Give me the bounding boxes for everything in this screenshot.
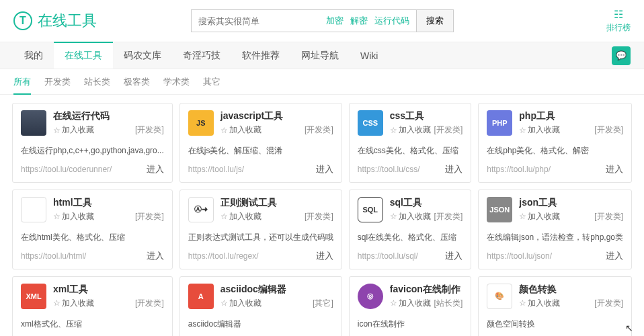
category-tag[interactable]: [站长类]: [434, 298, 463, 309]
nav-tab-5[interactable]: 网址导航: [290, 43, 350, 69]
tool-url: https://tool.lu/css/: [358, 165, 440, 174]
quick-link-encrypt[interactable]: 加密: [326, 15, 344, 27]
tool-description: 正则表达式测试工具，还可以生成代码哦: [188, 232, 333, 243]
tool-title[interactable]: favicon在线制作: [390, 284, 463, 296]
search-button[interactable]: 搜索: [416, 10, 453, 32]
tool-card: SQL sql工具 ☆加入收藏 [开发类] sql在线美化、格式化、压缩 htt…: [349, 190, 472, 269]
favorite-label: 加入收藏: [62, 211, 94, 222]
sub-tab-1[interactable]: 开发类: [44, 76, 71, 94]
favorite-link[interactable]: ☆加入收藏: [220, 124, 261, 136]
star-icon: ☆: [519, 126, 526, 135]
tool-title[interactable]: javascript工具: [220, 110, 333, 122]
category-tag[interactable]: [开发类]: [135, 124, 164, 136]
logo[interactable]: T 在线工具: [13, 11, 97, 31]
favorite-link[interactable]: ☆加入收藏: [220, 298, 261, 309]
tool-url: https://tool.lu/regex/: [188, 251, 311, 261]
tool-description: 在线html美化、格式化、压缩: [21, 232, 164, 243]
sub-tab-2[interactable]: 站长类: [84, 76, 110, 94]
tool-icon: CSS: [358, 110, 383, 136]
tool-card: 在线运行代码 ☆加入收藏 [开发类] 在线运行php,c,c++,go,pyth…: [12, 103, 173, 183]
favorite-label: 加入收藏: [229, 298, 261, 309]
sub-tab-0[interactable]: 所有: [13, 76, 31, 95]
tool-icon: JSON: [487, 197, 512, 222]
star-icon: ☆: [220, 298, 228, 308]
tool-card: html工具 ☆加入收藏 [开发类] 在线html美化、格式化、压缩 https…: [12, 190, 173, 269]
category-tag[interactable]: [开发类]: [305, 211, 333, 222]
nav-tab-1[interactable]: 在线工具: [54, 42, 113, 69]
tool-card: ◎ favicon在线制作 ☆加入收藏 [站长类] icon在线制作 https…: [349, 276, 472, 336]
favorite-link[interactable]: ☆加入收藏: [519, 124, 560, 136]
tool-url: https://tool.lu/html/: [21, 251, 141, 261]
tool-title[interactable]: json工具: [519, 197, 623, 209]
tool-description: icon在线制作: [358, 319, 463, 330]
search-input[interactable]: [192, 11, 319, 31]
tool-description: xml格式化、压缩: [21, 319, 164, 330]
favorite-link[interactable]: ☆加入收藏: [390, 298, 431, 309]
category-tag[interactable]: [开发类]: [594, 124, 623, 136]
tool-icon: Ⓐ➜: [188, 197, 214, 222]
favorite-label: 加入收藏: [399, 211, 431, 222]
chat-button[interactable]: 💬: [612, 46, 631, 65]
category-tag[interactable]: [开发类]: [135, 298, 164, 309]
enter-link[interactable]: 进入: [147, 163, 164, 175]
favorite-link[interactable]: ☆加入收藏: [53, 298, 94, 309]
star-icon: ☆: [53, 126, 61, 135]
tool-icon: [21, 110, 46, 136]
star-icon: ☆: [53, 298, 61, 308]
category-tag[interactable]: [开发类]: [305, 124, 333, 136]
category-tag[interactable]: [开发类]: [594, 298, 623, 309]
favorite-label: 加入收藏: [399, 124, 431, 136]
favorite-link[interactable]: ☆加入收藏: [390, 124, 431, 136]
enter-link[interactable]: 进入: [606, 250, 623, 262]
enter-link[interactable]: 进入: [316, 163, 333, 175]
quick-link-runcode[interactable]: 运行代码: [374, 15, 409, 27]
ranking-link[interactable]: ☷ 排行榜: [606, 8, 631, 34]
tool-title[interactable]: css工具: [390, 110, 463, 122]
nav-tab-4[interactable]: 软件推荐: [231, 43, 290, 69]
nav-tab-2[interactable]: 码农文库: [113, 43, 172, 69]
category-tag[interactable]: [开发类]: [594, 211, 623, 222]
enter-link[interactable]: 进入: [445, 250, 462, 262]
nav-tab-3[interactable]: 奇淫巧技: [172, 43, 231, 69]
tool-title[interactable]: 正则测试工具: [220, 197, 333, 209]
tool-icon: PHP: [487, 110, 512, 136]
category-tag[interactable]: [其它]: [313, 298, 333, 309]
favorite-link[interactable]: ☆加入收藏: [53, 211, 94, 222]
tool-title[interactable]: sql工具: [390, 197, 463, 209]
tool-card: Ⓐ➜ 正则测试工具 ☆加入收藏 [开发类] 正则表达式测试工具，还可以生成代码哦…: [179, 190, 342, 269]
tool-url: https://tool.lu/json/: [487, 251, 600, 261]
category-tag[interactable]: [开发类]: [434, 124, 463, 136]
enter-link[interactable]: 进入: [147, 250, 164, 262]
enter-link[interactable]: 进入: [445, 163, 462, 175]
tool-card: A asciidoc编辑器 ☆加入收藏 [其它] asciidoc编辑器 htt…: [179, 276, 342, 336]
sub-tab-5[interactable]: 其它: [203, 76, 220, 94]
favorite-link[interactable]: ☆加入收藏: [220, 211, 261, 222]
tool-title[interactable]: xml工具: [53, 284, 164, 296]
sub-tab-3[interactable]: 极客类: [124, 76, 150, 94]
star-icon: ☆: [519, 298, 526, 308]
tool-title[interactable]: php工具: [519, 110, 623, 122]
star-icon: ☆: [53, 212, 61, 221]
tool-title[interactable]: 在线运行代码: [53, 110, 164, 122]
tool-title[interactable]: asciidoc编辑器: [220, 284, 333, 296]
sub-tab-4[interactable]: 学术类: [163, 76, 190, 94]
enter-link[interactable]: 进入: [316, 250, 333, 262]
favorite-link[interactable]: ☆加入收藏: [519, 211, 560, 222]
nav-tab-0[interactable]: 我的: [13, 43, 54, 69]
tool-title[interactable]: html工具: [53, 197, 164, 209]
nav-tab-6[interactable]: Wiki: [350, 44, 389, 68]
favorite-label: 加入收藏: [229, 124, 261, 136]
quick-link-decrypt[interactable]: 解密: [350, 15, 368, 27]
tool-title[interactable]: 颜色转换: [519, 284, 623, 296]
tool-card: 🎨 颜色转换 ☆加入收藏 [开发类] 颜色空间转换 https://tool.l…: [478, 276, 632, 336]
enter-link[interactable]: 进入: [606, 163, 623, 175]
favorite-link[interactable]: ☆加入收藏: [53, 124, 94, 136]
tool-url: https://tool.lu/sql/: [358, 251, 440, 261]
favorite-link[interactable]: ☆加入收藏: [519, 298, 560, 309]
favorite-link[interactable]: ☆加入收藏: [390, 211, 431, 222]
star-icon: ☆: [390, 298, 397, 308]
category-tag[interactable]: [开发类]: [434, 211, 463, 222]
category-tag[interactable]: [开发类]: [135, 211, 164, 222]
ranking-icon: ☷: [614, 8, 623, 21]
tool-description: asciidoc编辑器: [188, 319, 333, 330]
